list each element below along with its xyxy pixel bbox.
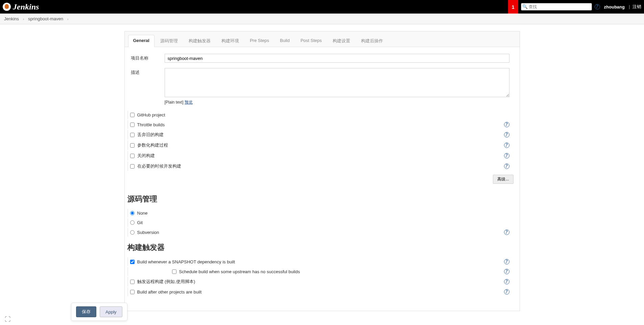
breadcrumb-item-0[interactable]: Jenkins (4, 16, 19, 21)
tab-post-build[interactable]: 构建后操作 (356, 35, 388, 47)
discard-old-label: 丢弃旧的构建 (137, 132, 504, 138)
scm-none-radio[interactable] (130, 211, 135, 215)
remote-trigger-checkbox[interactable] (130, 280, 135, 284)
logout-link[interactable]: 注销 (629, 4, 641, 10)
parameterized-checkbox[interactable] (130, 143, 135, 148)
tab-triggers[interactable]: 构建触发器 (184, 35, 216, 47)
logo-text: Jenkins (13, 2, 39, 12)
breadcrumb-item-1[interactable]: springboot-maven (28, 16, 63, 21)
help-icon[interactable]: ? (504, 164, 509, 169)
help-icon[interactable]: ? (504, 230, 509, 235)
parameterized-label: 参数化构建过程 (137, 142, 504, 148)
throttle-builds-checkbox[interactable] (130, 123, 135, 127)
scm-git-label: Git (137, 220, 509, 225)
disable-build-label: 关闭构建 (137, 153, 504, 159)
scm-section: None Git Subversion ? (125, 209, 520, 237)
help-icon[interactable]: ? (504, 143, 509, 148)
scm-svn-label: Subversion (137, 230, 504, 235)
project-name-input[interactable] (165, 54, 509, 63)
config-form: General 源码管理 构建触发器 构建环境 Pre Steps Build … (124, 31, 520, 311)
tab-build-env[interactable]: 构建环境 (216, 35, 244, 47)
breadcrumbs: Jenkins › springboot-maven › (0, 14, 644, 24)
advanced-button[interactable]: 高级... (493, 175, 513, 184)
tab-pre-steps[interactable]: Pre Steps (245, 35, 274, 47)
after-other-checkbox[interactable] (130, 290, 135, 294)
general-checkboxes: GitHub project Throttle builds ? 丢弃旧的构建 … (125, 111, 520, 171)
disable-build-checkbox[interactable] (130, 154, 135, 158)
tab-general[interactable]: General (128, 35, 154, 47)
help-icon[interactable]: ? (504, 269, 509, 274)
plain-text-label: [Plain text] (165, 100, 184, 105)
tab-post-steps[interactable]: Post Steps (295, 35, 327, 47)
scm-svn-radio[interactable] (130, 230, 135, 235)
search-icon: 🔍 (522, 4, 528, 9)
tab-build-settings[interactable]: 构建设置 (328, 35, 355, 47)
save-button[interactable]: 保存 (76, 306, 96, 311)
search-box: 🔍 (521, 3, 592, 10)
remote-trigger-label: 触发远程构建 (例如,使用脚本) (137, 279, 504, 285)
notification-badge[interactable]: 1 (508, 0, 518, 14)
schedule-upstream-checkbox[interactable] (172, 269, 176, 274)
concurrent-build-label: 在必要的时候并发构建 (137, 163, 504, 169)
schedule-upstream-label: Schedule build when some upstream has no… (179, 269, 504, 274)
jenkins-icon (3, 3, 11, 11)
scm-none-label: None (137, 211, 509, 216)
help-icon[interactable]: ? (504, 289, 509, 295)
discard-old-checkbox[interactable] (130, 133, 135, 137)
chevron-right-icon: › (67, 17, 69, 21)
chevron-right-icon: › (23, 17, 24, 21)
snapshot-trigger-checkbox[interactable] (130, 260, 135, 264)
snapshot-trigger-label: Build whenever a SNAPSHOT dependency is … (137, 259, 504, 264)
scm-git-radio[interactable] (130, 220, 135, 225)
tab-bar: General 源码管理 构建触发器 构建环境 Pre Steps Build … (125, 31, 520, 47)
after-other-label: Build after other projects are built (137, 289, 504, 295)
search-help-icon[interactable]: ? (595, 4, 600, 9)
logo[interactable]: Jenkins (3, 2, 39, 12)
project-name-label: 项目名称 (127, 54, 165, 63)
help-icon[interactable]: ? (504, 259, 509, 264)
help-icon[interactable]: ? (504, 132, 509, 137)
description-input[interactable] (165, 68, 509, 97)
throttle-builds-label: Throttle builds (137, 122, 504, 127)
tab-scm[interactable]: 源码管理 (155, 35, 183, 47)
description-label: 描述 (127, 68, 165, 105)
help-icon[interactable]: ? (504, 279, 509, 284)
triggers-heading: 构建触发器 (125, 238, 520, 257)
preview-link[interactable]: 预览 (185, 100, 193, 105)
search-input[interactable] (521, 3, 592, 10)
github-project-checkbox[interactable] (130, 113, 135, 117)
scm-heading: 源码管理 (125, 189, 520, 209)
general-section: 项目名称 描述 [Plain text] 预览 (125, 47, 520, 105)
top-header: Jenkins 1 🔍 ? zhoubang 注销 (0, 0, 644, 14)
concurrent-build-checkbox[interactable] (130, 164, 135, 169)
apply-button[interactable]: Apply (100, 306, 122, 311)
username-link[interactable]: zhoubang (604, 4, 625, 9)
github-project-label: GitHub project (137, 112, 509, 117)
help-icon[interactable]: ? (504, 153, 509, 158)
tab-build[interactable]: Build (275, 35, 295, 47)
button-bar: 保存 Apply (71, 303, 127, 311)
help-icon[interactable]: ? (504, 122, 509, 127)
triggers-section: Build whenever a SNAPSHOT dependency is … (125, 257, 520, 296)
